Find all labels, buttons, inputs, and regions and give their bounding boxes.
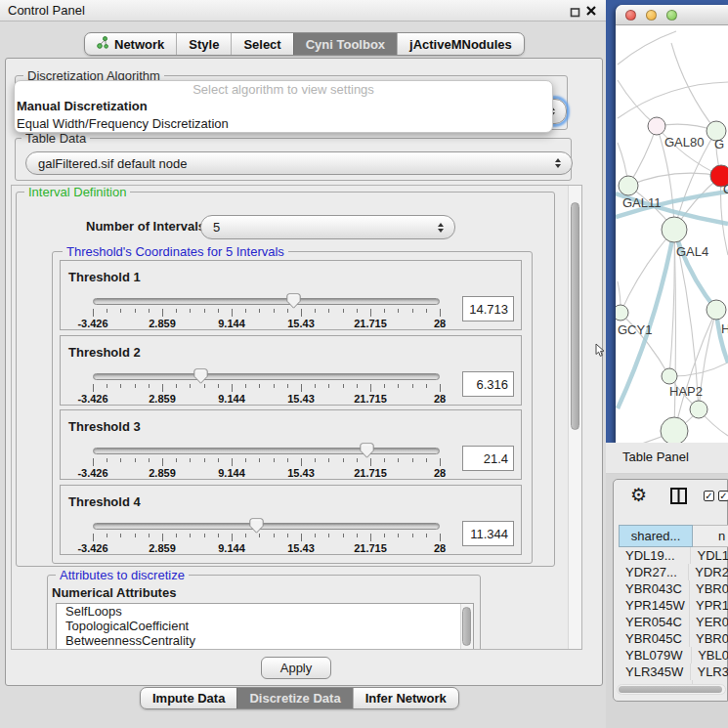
threshold-slider-track[interactable] — [93, 523, 440, 530]
table-cell: YER0 — [690, 614, 728, 630]
columns-icon[interactable] — [669, 487, 688, 508]
network-node[interactable] — [707, 300, 726, 320]
tab-label: Discretize Data — [249, 691, 340, 706]
attribute-item[interactable]: BetweennessCentrality — [57, 633, 473, 648]
close-traffic-light-icon[interactable] — [625, 10, 636, 21]
settings-scrollbar-thumb[interactable] — [571, 202, 579, 430]
tab-style[interactable]: Style — [176, 33, 231, 55]
top-tab-bar: NetworkStyleSelectCyni ToolboxjActiveMNo… — [84, 32, 525, 56]
threshold-slider-thumb[interactable] — [360, 443, 374, 458]
slider-tick — [384, 458, 385, 462]
network-node[interactable] — [616, 305, 628, 321]
table-cell: YBL079W — [619, 647, 692, 664]
attribute-item[interactable]: SelfLoops — [57, 604, 473, 619]
tab-impute-data[interactable]: Impute Data — [141, 688, 236, 708]
algorithm-option[interactable]: Manual Discretization — [15, 98, 552, 115]
table-row[interactable]: YLR345WYLR3 — [619, 664, 728, 680]
network-node[interactable] — [619, 176, 638, 195]
threshold-slider-track[interactable] — [93, 298, 440, 305]
checkbox-icon[interactable]: ✓ — [704, 491, 714, 501]
slider-tick — [328, 534, 329, 537]
table-row[interactable]: YDR27...YDR2 — [619, 564, 728, 580]
network-canvas[interactable]: GAL80GCGAL11GAL4GCY1HHAP2 — [616, 25, 728, 443]
tab-cyni-toolbox[interactable]: Cyni Toolbox — [293, 33, 397, 55]
slider-tick-label: -3.426 — [77, 542, 107, 554]
table-horizontal-scrollbar[interactable] — [617, 684, 726, 695]
slider-tick — [135, 384, 136, 388]
slider-tick — [245, 309, 246, 313]
table-cell: YPR1 — [690, 597, 728, 614]
threshold-slider-thumb[interactable] — [249, 518, 264, 534]
table-row[interactable]: YBR043CYBR0 — [619, 580, 728, 597]
slider-tick-label: 21.715 — [354, 542, 387, 554]
network-node[interactable] — [661, 417, 688, 443]
zoom-traffic-light-icon[interactable] — [666, 10, 677, 21]
network-node[interactable] — [662, 368, 677, 384]
column-header[interactable]: shared... — [619, 525, 693, 547]
tab-infer-network[interactable]: Infer Network — [353, 688, 458, 708]
table-row[interactable]: YER054CYER0 — [619, 614, 728, 630]
slider-tick-label: 9.144 — [218, 467, 245, 479]
network-node[interactable] — [662, 217, 687, 242]
slider-tick — [274, 384, 275, 388]
network-node[interactable] — [690, 401, 707, 418]
slider-tick — [287, 309, 288, 313]
table-panel-header: Table Panel — [606, 443, 728, 474]
tab-jactivemnodules[interactable]: jActiveMNodules — [397, 33, 524, 55]
checkbox-icon[interactable]: ✓ — [718, 491, 728, 501]
table-row[interactable]: YDL19...YDL1 — [619, 547, 728, 564]
settings-scrollbar[interactable] — [568, 186, 581, 649]
table-cell: YBR0 — [690, 580, 728, 597]
algorithm-option[interactable]: Equal Width/Frequency Discretization — [15, 115, 552, 133]
attribute-item[interactable]: TopologicalCoefficient — [57, 619, 473, 633]
slider-tick — [440, 384, 441, 392]
network-edge — [674, 230, 676, 431]
table-horizontal-scrollbar-thumb[interactable] — [619, 686, 722, 693]
apply-button[interactable]: Apply — [261, 657, 331, 679]
float-window-icon[interactable] — [570, 6, 580, 21]
slider-tick — [176, 309, 177, 313]
slider-tick — [162, 309, 163, 317]
close-icon[interactable] — [585, 5, 597, 20]
column-header[interactable]: n — [693, 525, 728, 547]
number-of-intervals-select[interactable]: 5 — [200, 215, 455, 239]
algorithm-dropdown-hint: Select algorithm to view settings — [15, 81, 552, 98]
attributes-list-scrollbar-thumb[interactable] — [462, 607, 471, 646]
table-row[interactable]: YBR045CYBR0 — [619, 630, 728, 647]
slider-tick — [135, 534, 136, 537]
threshold-value-field[interactable]: 14.713 — [462, 296, 514, 321]
slider-tick — [398, 534, 399, 537]
slider-tick — [245, 384, 246, 388]
table-row[interactable]: YBL079WYBL0 — [619, 647, 728, 664]
threshold-slider-thumb[interactable] — [193, 368, 208, 384]
table-data-select[interactable]: galFiltered.sif default node — [25, 151, 573, 175]
threshold-slider-thumb[interactable] — [286, 293, 301, 309]
threshold-value-field[interactable]: 11.344 — [462, 521, 514, 546]
slider-tick — [204, 534, 205, 537]
tab-label: Network — [114, 37, 164, 52]
threshold-slider-track[interactable] — [93, 373, 440, 380]
slider-tick — [204, 458, 205, 462]
slider-tick — [412, 384, 413, 388]
table-row[interactable]: YPR145WYPR1 — [619, 597, 728, 614]
tab-network[interactable]: Network — [85, 33, 176, 55]
slider-tick-label: 2.859 — [149, 318, 176, 329]
slider-tick — [259, 534, 260, 537]
attributes-list-scrollbar[interactable] — [460, 604, 473, 650]
table-cell: YBL0 — [692, 647, 728, 664]
threshold-slider-track[interactable] — [93, 448, 440, 454]
threshold-value-field[interactable]: 6.316 — [462, 371, 514, 397]
table-panel-title: Table Panel — [622, 443, 689, 472]
slider-tick — [162, 458, 163, 466]
threshold-value-field[interactable]: 21.4 — [462, 446, 514, 471]
tab-select[interactable]: Select — [231, 33, 292, 55]
tab-discretize-data[interactable]: Discretize Data — [236, 688, 352, 708]
minimize-traffic-light-icon[interactable] — [646, 10, 657, 21]
slider-tick — [357, 458, 358, 462]
tab-label: Cyni Toolbox — [306, 37, 385, 52]
tab-label: Style — [189, 37, 219, 52]
slider-tick — [343, 458, 344, 462]
network-node[interactable] — [648, 117, 665, 135]
slider-tick — [120, 384, 121, 388]
gear-icon[interactable]: ⚙ — [630, 484, 647, 505]
